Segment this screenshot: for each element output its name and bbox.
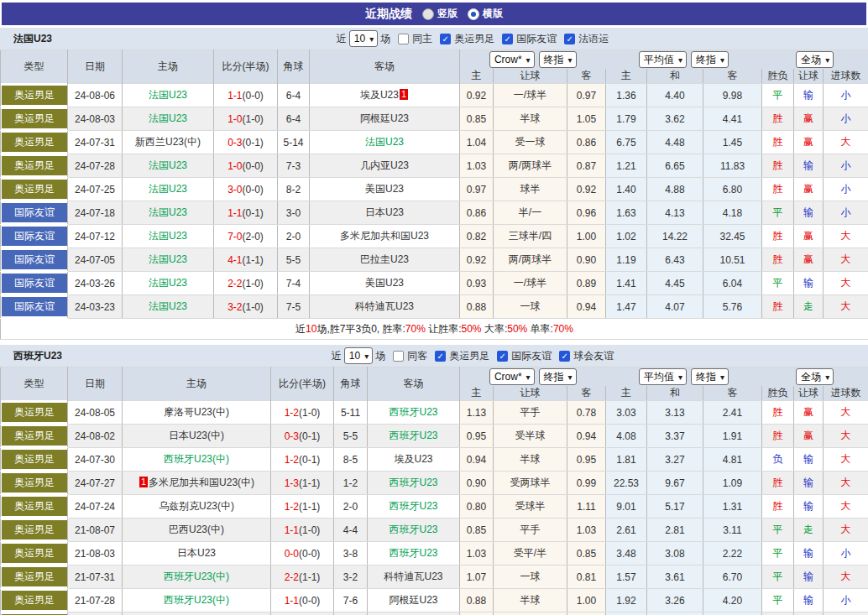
- score-cell: 1-1(0-1): [214, 201, 278, 225]
- away-team-cell: 西班牙U23: [368, 495, 460, 519]
- result-goals: 大: [824, 401, 868, 425]
- avg-away-odds: 4.81: [703, 448, 762, 472]
- table-row: 奥运男足 24-07-31 新西兰U23(中) 0-3(0-1) 5-14 法国…: [1, 131, 868, 154]
- avg-home-odds: 1.79: [606, 107, 647, 131]
- table-row: 国际友谊 24-07-05 法国U23 4-1(1-1) 5-5 巴拉圭U23 …: [1, 248, 868, 272]
- odds-away: 0.99: [567, 472, 606, 495]
- odds-handicap: 一球: [494, 295, 567, 319]
- odds-home: 0.85: [460, 519, 494, 542]
- vertical-layout-radio[interactable]: 竖版: [422, 7, 458, 21]
- chevron-down-icon: ▾: [526, 371, 531, 383]
- same-away-checkbox[interactable]: [393, 351, 404, 362]
- full-time-score: 1-2: [285, 407, 299, 419]
- away-team-cell: 西班牙U23: [368, 425, 460, 448]
- odds-home: 0.94: [460, 448, 494, 472]
- table-row: 奥运男足 24-08-03 法国U23 1-0(1-0) 6-4 阿根廷U23 …: [1, 107, 868, 131]
- away-team-cell: 西班牙U23: [368, 472, 460, 495]
- corner-count: 5-5: [278, 248, 310, 272]
- full-time-score: 4-1: [227, 254, 242, 266]
- scope-select[interactable]: 全场▾: [796, 368, 834, 385]
- table-row: 国际友谊 24-07-12 法国U23 7-0(2-0) 2-0 多米尼加共和国…: [1, 225, 868, 248]
- bookmaker-select[interactable]: Crow*▾: [489, 368, 535, 385]
- full-time-score: 0-3: [285, 430, 299, 442]
- match-type-badge: 奥运男足: [2, 544, 67, 563]
- table-row: 国际友谊 24-03-23 法国U23 3-2(1-0) 7-5 科特迪瓦U23…: [1, 295, 868, 319]
- avg-away-odds: 3.11: [703, 519, 762, 542]
- odds-away: 1.03: [567, 519, 606, 542]
- league-club-friendly-checkbox[interactable]: ✓: [559, 351, 570, 362]
- full-time-score: 0-0: [285, 548, 299, 560]
- result-goals: 大: [824, 565, 868, 589]
- result-goals: 小: [824, 201, 868, 225]
- match-type-cell: 国际友谊: [1, 248, 68, 272]
- chevron-down-icon: ▾: [369, 33, 374, 45]
- odds-time-select[interactable]: 终指▾: [539, 368, 577, 385]
- half-time-score: (1-1): [243, 254, 264, 266]
- result-win-loss: 平: [762, 84, 794, 107]
- average-select[interactable]: 平均值▾: [639, 368, 687, 385]
- league-olympic-checkbox[interactable]: ✓: [440, 34, 451, 44]
- match-date: 24-07-31: [68, 131, 123, 154]
- result-goals: 大: [824, 248, 868, 272]
- home-team-cell: 法国U23: [123, 154, 214, 178]
- odds-away: 0.90: [567, 248, 606, 272]
- corner-count: 2-0: [278, 225, 310, 248]
- filter-controls: 近 10▾ 场 同客 ✓ 奥运男足 ✓ 国际友谊 ✓ 球会友谊: [332, 347, 614, 364]
- avg-time-select[interactable]: 终指▾: [691, 368, 729, 385]
- games-label: 场: [380, 32, 390, 46]
- league-friendly-checkbox[interactable]: ✓: [497, 351, 508, 362]
- scope-value: 全场: [801, 54, 821, 66]
- match-count-value: 10: [354, 33, 365, 45]
- average-select[interactable]: 平均值▾: [639, 51, 687, 68]
- full-time-score: 1-0: [227, 113, 242, 125]
- league-friendly-checkbox[interactable]: ✓: [502, 34, 513, 44]
- half-time-score: (1-1): [299, 477, 320, 489]
- odds-away: 1.00: [567, 589, 606, 612]
- horizontal-layout-radio[interactable]: 横版: [468, 7, 503, 21]
- odds-home: 0.90: [460, 472, 494, 495]
- same-home-checkbox[interactable]: [398, 34, 409, 44]
- result-win-loss: 胜: [762, 401, 794, 425]
- away-team: 西班牙U23: [389, 547, 437, 559]
- result-handicap: 输: [794, 448, 824, 472]
- col-corner: 角球: [278, 50, 310, 84]
- home-team: 法国U23: [149, 277, 187, 289]
- score-cell: 1-0(1-0): [214, 107, 278, 131]
- section-france-u23: 法国U23 近 10▾ 场 同主 ✓ 奥运男足 ✓ 国际友谊 ✓ 法语运 类型 …: [0, 28, 868, 340]
- full-time-score: 0-3: [227, 137, 242, 149]
- avg-away-odds: 4.20: [703, 589, 762, 612]
- odds-home: 0.97: [460, 178, 494, 201]
- odds-time-select[interactable]: 终指▾: [539, 51, 577, 68]
- half-time-score: (1-0): [243, 113, 264, 125]
- odds-handicap: 一/球半: [494, 84, 567, 107]
- result-win-loss: 平: [762, 542, 794, 565]
- league-francophone-checkbox[interactable]: ✓: [564, 34, 575, 44]
- result-handicap: 输: [794, 612, 824, 615]
- avg-away-odds: 1.09: [703, 472, 762, 495]
- match-date: 24-03-26: [68, 272, 123, 295]
- away-team: 阿根廷U23: [360, 112, 409, 124]
- league-olympic-checkbox[interactable]: ✓: [435, 351, 446, 362]
- average-select-group: 平均值▾ 终指▾: [606, 50, 762, 70]
- col-odds-home: 主: [460, 69, 494, 84]
- bookmaker-select[interactable]: Crow*▾: [489, 51, 535, 68]
- scope-select[interactable]: 全场▾: [796, 51, 834, 68]
- table-row: 奥运男足 21-08-03 日本U23 0-0(0-0) 3-8 西班牙U23 …: [1, 542, 868, 565]
- match-count-value: 10: [349, 350, 360, 362]
- league-olympic-label: 奥运男足: [449, 349, 489, 363]
- corner-count: 7-3: [278, 154, 310, 178]
- corner-count: 4-4: [334, 519, 368, 542]
- result-goals: 小: [824, 589, 868, 612]
- table-row: 奥运男足 24-07-24 乌兹别克U23(中) 1-2(1-1) 2-0 西班…: [1, 495, 868, 519]
- avg-time-select[interactable]: 终指▾: [691, 51, 729, 68]
- odds-handicap: 半球: [494, 107, 567, 131]
- col-result-goals: 进球数: [824, 386, 868, 401]
- result-win-loss: 胜: [762, 295, 794, 319]
- corner-count: 1-2: [334, 472, 368, 495]
- match-count-select[interactable]: 10▾: [349, 30, 378, 47]
- avg-away-odds: 1.91: [703, 425, 762, 448]
- match-count-select[interactable]: 10▾: [344, 347, 373, 364]
- odds-handicap: 两/两球半: [494, 154, 567, 178]
- col-score: 比分(半场): [214, 50, 278, 84]
- away-team: 埃及U23: [394, 453, 432, 465]
